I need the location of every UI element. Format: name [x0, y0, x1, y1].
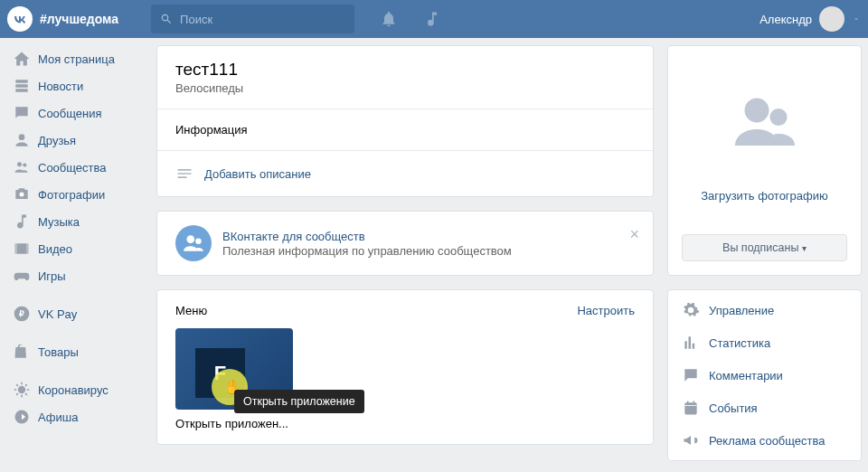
svg-point-0: [19, 134, 25, 140]
svg-rect-15: [684, 402, 696, 414]
svg-point-2: [23, 163, 26, 166]
nav-music[interactable]: Музыка: [7, 208, 143, 235]
banner-title[interactable]: ВКонтакте для сообществ: [222, 230, 512, 243]
tooltip: Открыть приложение: [234, 390, 364, 413]
tile-label: Открыть приложен...: [175, 417, 635, 430]
svg-rect-5: [15, 243, 18, 254]
info-label: Информация: [175, 123, 635, 137]
mgmt-event[interactable]: События: [668, 392, 861, 424]
chevron-down-icon: [852, 14, 861, 24]
nav-virus[interactable]: Коронавирус: [7, 376, 143, 403]
mgmt-ad[interactable]: Реклама сообщества: [668, 424, 861, 457]
nav-friends[interactable]: Друзья: [7, 127, 143, 154]
nav-games[interactable]: Игры: [7, 262, 143, 289]
nav-feed[interactable]: Новости: [7, 72, 143, 99]
nav-photo[interactable]: Фотографии: [7, 181, 143, 208]
management-menu: УправлениеСтатистикаКомментарииСобытияРе…: [667, 289, 862, 461]
svg-text:₽: ₽: [19, 309, 24, 318]
svg-point-14: [769, 109, 787, 126]
add-description-button[interactable]: Добавить описание: [175, 165, 635, 183]
menu-label: Меню: [175, 304, 207, 317]
user-menu[interactable]: Алексндр: [760, 6, 861, 32]
bell-icon[interactable]: [380, 10, 398, 28]
photo-card: Загрузить фотографию Вы подписаны ▾: [667, 45, 862, 276]
layout: Моя страницаНовостиСообщенияДрузьяСообще…: [0, 45, 868, 461]
ad-icon: [682, 431, 700, 449]
page-subtitle: Велосипеды: [175, 81, 635, 95]
home-icon: [13, 50, 31, 68]
banner-subtitle: Полезная информация по управлению сообще…: [222, 244, 512, 258]
svg-point-1: [17, 162, 22, 166]
events-icon: [13, 408, 31, 426]
avatar: [819, 6, 844, 32]
stats-icon: [682, 334, 700, 352]
search-input[interactable]: Поиск: [151, 5, 354, 33]
svg-point-11: [186, 235, 194, 243]
music-icon: [13, 212, 31, 231]
right-column: Загрузить фотографию Вы подписаны ▾ Упра…: [667, 45, 862, 461]
configure-link[interactable]: Настроить: [577, 304, 635, 317]
nav-events[interactable]: Афиша: [7, 403, 143, 430]
event-icon: [682, 399, 700, 417]
photo-placeholder: [682, 64, 847, 173]
page-title: тест111: [175, 60, 635, 80]
menu-card: Меню Настроить F ✋ Открыть приложение От…: [156, 289, 654, 445]
nav-home[interactable]: Моя страница: [7, 45, 143, 72]
nav-groups[interactable]: Сообщества: [7, 154, 143, 181]
search-icon: [160, 13, 173, 25]
community-icon: [175, 225, 212, 261]
mgmt-comment[interactable]: Комментарии: [668, 359, 861, 392]
close-icon[interactable]: ×: [629, 225, 639, 244]
nav-goods[interactable]: Товары: [7, 338, 143, 365]
music-icon[interactable]: [423, 10, 441, 28]
friends-icon: [13, 131, 31, 149]
photo-icon: [13, 185, 31, 203]
mgmt-stats[interactable]: Статистика: [668, 326, 861, 359]
upload-photo-link[interactable]: Загрузить фотографию: [682, 189, 847, 203]
page-header-card: тест111 Велосипеды Информация Добавить о…: [156, 45, 654, 197]
feed-icon: [13, 77, 31, 95]
comment-icon: [682, 366, 700, 384]
gear-icon: [682, 301, 700, 319]
svg-point-9: [18, 386, 25, 393]
svg-rect-6: [26, 243, 29, 254]
text-icon: [175, 165, 193, 183]
subscribed-button[interactable]: Вы подписаны ▾: [682, 234, 847, 261]
username: Алексндр: [760, 13, 812, 26]
goods-icon: [13, 343, 31, 361]
sidebar: Моя страницаНовостиСообщенияДрузьяСообще…: [7, 45, 143, 461]
svg-point-3: [20, 193, 24, 197]
nav-msg[interactable]: Сообщения: [7, 99, 143, 127]
groups-icon: [13, 158, 31, 176]
nav-pay[interactable]: ₽VK Pay: [7, 300, 143, 327]
search-placeholder: Поиск: [180, 13, 212, 26]
msg-icon: [13, 104, 31, 122]
games-icon: [13, 267, 31, 285]
mgmt-gear[interactable]: Управление: [668, 294, 861, 326]
svg-point-13: [744, 99, 769, 123]
header-icons: [380, 10, 441, 28]
header: #лучшедома Поиск Алексндр: [0, 0, 868, 38]
main-column: тест111 Велосипеды Информация Добавить о…: [156, 45, 654, 461]
svg-point-12: [195, 239, 202, 245]
nav-video[interactable]: Видео: [7, 235, 143, 262]
vk-logo[interactable]: [7, 6, 33, 32]
video-icon: [13, 240, 31, 258]
virus-icon: [13, 381, 31, 399]
info-banner: ВКонтакте для сообществ Полезная информа…: [156, 211, 654, 276]
pay-icon: ₽: [13, 305, 31, 323]
hashtag[interactable]: #лучшедома: [40, 12, 118, 26]
